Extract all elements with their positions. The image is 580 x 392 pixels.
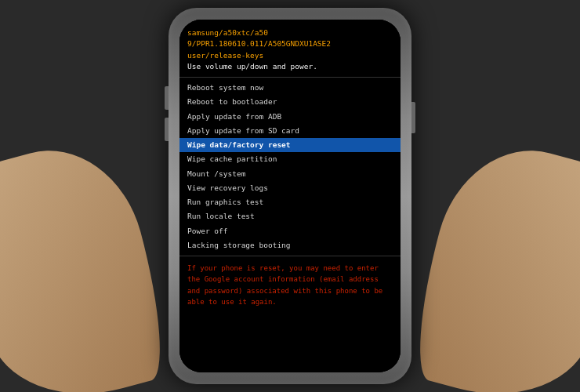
- menu-item-2[interactable]: Apply update from ADB: [179, 110, 401, 124]
- volume-up-button[interactable]: [165, 86, 169, 110]
- menu-item-5[interactable]: Wipe cache partition: [179, 152, 401, 166]
- scene: samsung/a50xtc/a50 9/PPR1.180610.011/A50…: [0, 0, 580, 392]
- device-instruction: Use volume up/down and power.: [187, 61, 393, 72]
- menu-item-8[interactable]: Run graphics test: [179, 195, 401, 209]
- recovery-menu[interactable]: Reboot system nowReboot to bootloaderApp…: [179, 78, 401, 256]
- menu-item-11[interactable]: Lacking storage booting: [179, 238, 401, 252]
- device-model-line3: user/release-keys: [187, 50, 393, 61]
- menu-item-9[interactable]: Run locale test: [179, 209, 401, 223]
- hand-right: [401, 131, 580, 392]
- menu-item-4[interactable]: Wipe data/factory reset: [179, 138, 401, 152]
- header-section: samsung/a50xtc/a50 9/PPR1.180610.011/A50…: [179, 20, 401, 78]
- device-model-line1: samsung/a50xtc/a50: [187, 27, 393, 38]
- menu-item-6[interactable]: Mount /system: [179, 167, 401, 181]
- menu-item-1[interactable]: Reboot to bootloader: [179, 95, 401, 109]
- phone-inner: samsung/a50xtc/a50 9/PPR1.180610.011/A50…: [179, 20, 401, 372]
- menu-item-10[interactable]: Power off: [179, 224, 401, 238]
- menu-item-7[interactable]: View recovery logs: [179, 181, 401, 195]
- screen: samsung/a50xtc/a50 9/PPR1.180610.011/A50…: [179, 20, 401, 372]
- hand-left: [0, 131, 179, 392]
- power-button[interactable]: [411, 102, 415, 133]
- menu-item-0[interactable]: Reboot system now: [179, 81, 401, 95]
- phone-outer: samsung/a50xtc/a50 9/PPR1.180610.011/A50…: [169, 8, 411, 384]
- volume-down-button[interactable]: [165, 118, 169, 141]
- menu-item-3[interactable]: Apply update from SD card: [179, 124, 401, 138]
- warning-section: If your phone is reset, you may need to …: [179, 256, 401, 372]
- warning-text: If your phone is reset, you may need to …: [187, 263, 393, 308]
- device-model-line2: 9/PPR1.180610.011/A505GNDXU1ASE2: [187, 38, 393, 49]
